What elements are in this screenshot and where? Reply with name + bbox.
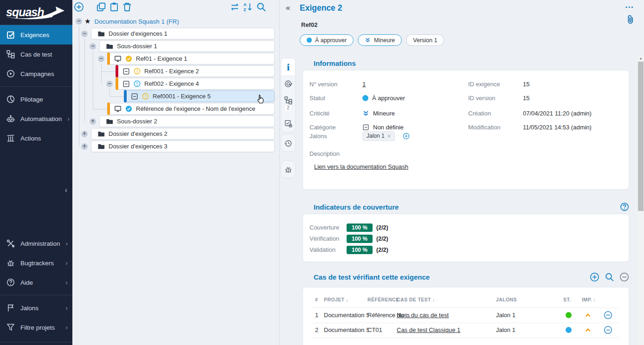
tree-node-label: Ref001 - Exigence 2 [144, 68, 199, 75]
app-logo[interactable]: squash [0, 0, 72, 25]
field-value: 11/05/2021 14:53 (admin) [523, 124, 592, 131]
column-header-projet[interactable]: PROJET↓ [324, 297, 348, 302]
detail-tab-check-link[interactable] [281, 115, 295, 132]
sidebar-item-aide[interactable]: Aide› [0, 273, 72, 292]
sidebar-item-automatisation[interactable]: Automatisation› [0, 109, 72, 128]
sidebar-item-campagnes[interactable]: Campagnes [0, 64, 72, 83]
page-title: Exigence 2 [300, 3, 342, 13]
tree-node-ref001-exigence-2[interactable]: Ref001 - Exigence 2 [116, 65, 275, 77]
sidebar-item-bugtrackers[interactable]: Bugtrackers› [0, 253, 72, 273]
chevron-down-icon [304, 275, 309, 280]
tree-guide [84, 38, 85, 121]
field-label: Statut [309, 95, 359, 102]
sidebar-item-exigences[interactable]: Exigences [0, 25, 72, 45]
add-test-case-icon[interactable] [590, 272, 599, 282]
folder-icon [97, 30, 105, 38]
folder-icon [106, 43, 113, 50]
search-test-case-icon[interactable] [605, 272, 614, 282]
criticality-bar [107, 52, 110, 65]
collapse-node-icon[interactable]: − [90, 43, 96, 50]
sidebar-item-administration[interactable]: Administration› [0, 234, 72, 253]
detail-tab-history[interactable] [281, 134, 295, 151]
section-header-informations[interactable]: Informations [304, 59, 356, 67]
collapse-node-icon[interactable]: − [106, 81, 113, 87]
chevron-right-icon: › [65, 324, 68, 331]
tree-node-dossier-d-exigences-3[interactable]: Dossier d'exigences 3 [91, 141, 275, 152]
sidebar-item-label: Aide [20, 279, 33, 286]
tree-root-project[interactable]: ★Documentation Squash 1 (FR) [84, 15, 179, 27]
tree-node-sous-dossier-1[interactable]: Sous-dossier 1 [99, 40, 275, 52]
field-value: Non définie [373, 124, 404, 131]
coverage-percentage-badge: 100 % [347, 224, 373, 232]
field-value: 15 [523, 95, 529, 102]
expand-node-icon[interactable]: + [90, 118, 96, 125]
remove-test-case-icon[interactable] [619, 272, 629, 282]
vertical-scrollbar[interactable]: ▲ [638, 55, 644, 345]
tree-node-label: Ref0001 - Exigence 5 [153, 93, 211, 100]
tree-node-sous-dossier-2[interactable]: Sous-dossier 2 [99, 115, 275, 127]
coverage-ratio: (2/2) [376, 236, 388, 242]
collapse-node-icon[interactable]: − [76, 18, 82, 25]
column-header-jalons[interactable]: JALONS [496, 297, 517, 302]
bug-icon [6, 259, 15, 267]
description-link[interactable]: Lien vers la documentation Squash [314, 163, 408, 170]
collapse-node-icon[interactable]: − [81, 31, 88, 37]
tree-node-dossier-d-exigences-1[interactable]: Dossier d'exigences 1 [91, 28, 275, 39]
unlink-test-case-icon[interactable] [604, 311, 612, 319]
column-header-st[interactable]: ST. [563, 297, 571, 302]
section-header-test-cases[interactable]: Cas de test vérifiant cette exigence [304, 273, 430, 281]
more-menu-icon[interactable]: ... [625, 0, 634, 10]
detail-tab-target[interactable] [281, 75, 295, 92]
tree-node-dossier-d-exigences-2[interactable]: Dossier d'exigences 2 [91, 128, 275, 140]
column-header-imp[interactable]: IMP.↓ [582, 297, 596, 302]
remove-milestone-icon[interactable]: × [387, 133, 391, 140]
tree-node-label: Sous-dossier 2 [117, 118, 157, 125]
tree-node-ref002-exigence-4[interactable]: Ref002 - Exigence 4 [116, 78, 275, 89]
sidebar: squash ExigencesCas de testCampagnesPilo… [0, 0, 72, 345]
test-case-link[interactable]: Cas de test Classique 1 [397, 326, 460, 333]
section-header-coverage[interactable]: Indicateurs de couverture [304, 203, 399, 211]
tree-node-reference-de-l-exigence-nom-de-l-exigence[interactable]: Référence de l'exigence - Nom de l'exige… [108, 103, 275, 115]
detail-panel: « Exigence 2 ... Ref02 À approuverMineur… [279, 0, 644, 345]
unlink-test-case-icon[interactable] [604, 326, 612, 334]
detail-tab-tree[interactable]: 2 [281, 92, 295, 115]
status-warning-icon [134, 68, 141, 75]
tree-node-ref0001-exigence-5[interactable]: Ref0001 - Exigence 5 [124, 90, 275, 102]
sidebar-item-filtre-projets[interactable]: Filtre projets› [0, 318, 72, 337]
tree-guide [109, 96, 124, 97]
collapse-node-icon[interactable]: − [98, 56, 104, 62]
monitor-icon [114, 55, 122, 63]
column-header-[interactable]: # [315, 297, 318, 302]
sidebar-item-pilotage[interactable]: Pilotage [0, 89, 72, 109]
add-circle-icon[interactable] [403, 133, 410, 140]
badge-version-1[interactable]: Version 1 [406, 34, 444, 46]
scroll-up-icon[interactable]: ▲ [638, 57, 644, 60]
detail-tab-bug[interactable] [281, 161, 295, 178]
flag-icon [6, 304, 15, 312]
tree-node-label: Dossier d'exigences 2 [109, 130, 167, 137]
version-link[interactable]: 1 [362, 81, 366, 88]
detail-tab-info[interactable] [281, 58, 295, 75]
tools-icon [6, 239, 15, 248]
tree-node-label: Dossier d'exigences 3 [109, 143, 167, 150]
badge-mineure[interactable]: Mineure [358, 34, 402, 46]
sidebar-item-jalons[interactable]: Jalons› [0, 298, 72, 318]
expand-node-icon[interactable]: + [81, 131, 88, 137]
scrollbar-thumb[interactable] [638, 62, 644, 211]
tree-icon [6, 50, 15, 58]
column-header-cas-de-test[interactable]: CAS DE TEST↓ [397, 297, 435, 302]
sidebar-item-label: Exigences [20, 32, 49, 38]
sidebar-item-actions[interactable]: Actions [0, 128, 72, 148]
sidebar-collapse-icon[interactable]: ‹ [65, 186, 67, 194]
attachments-icon[interactable] [626, 14, 634, 25]
collapse-panel-icon[interactable]: « [286, 3, 290, 13]
badge-row: À approuverMineureVersion 1 [300, 34, 444, 46]
milestone-chip[interactable]: Jalon 1× [362, 131, 395, 141]
badge-a-approuver[interactable]: À approuver [300, 34, 354, 46]
criticality-bar [124, 90, 127, 102]
sidebar-item-cas-de-test[interactable]: Cas de test [0, 45, 72, 64]
expand-node-icon[interactable]: + [81, 143, 88, 150]
tree-node-ref01-exigence-1[interactable]: Ref01 - Exigence 1 [108, 53, 275, 64]
test-case-link[interactable]: Nom du cas de test [397, 312, 449, 319]
help-icon[interactable] [620, 202, 629, 211]
